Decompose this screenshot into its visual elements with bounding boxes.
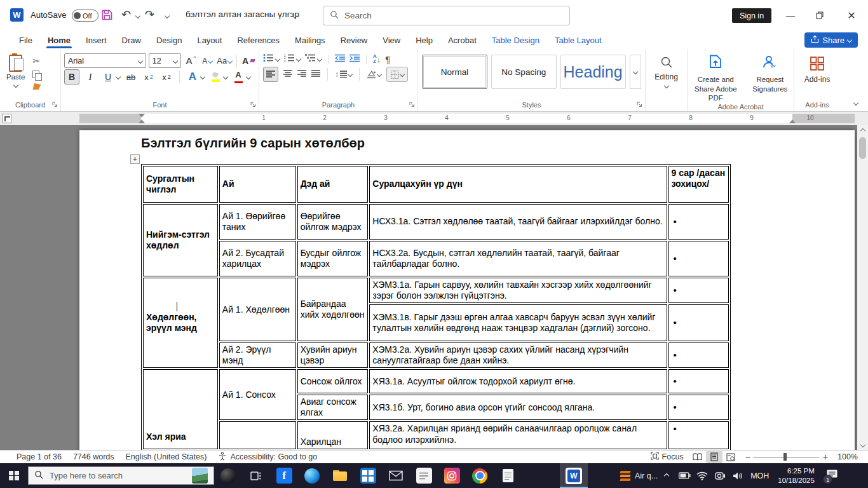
chrome-icon[interactable]	[466, 463, 494, 488]
font-name-combo[interactable]: Arial	[64, 53, 146, 68]
notification-center-icon[interactable]: 1	[820, 463, 845, 488]
ded-ai-cell[interactable]: Бусдыг ойлгож мэдрэх	[297, 241, 369, 276]
meet-now-icon[interactable]	[711, 463, 729, 488]
input-language-indicator[interactable]: MOH	[747, 471, 773, 480]
focus-button[interactable]: Focus	[645, 451, 689, 463]
font-color-dropdown-icon[interactable]	[246, 74, 251, 79]
font-size-combo[interactable]: 12	[149, 53, 182, 68]
task-view-icon[interactable]	[242, 463, 270, 488]
result-cell[interactable]: НСХ3.2а. Бусдын, сэтгэл хөдлөлийн таатай…	[369, 241, 667, 276]
result-cell[interactable]: ХЭМ3.1в. Гарыг дээш өргөн алгаа хавсарч …	[369, 304, 667, 341]
file-explorer-icon[interactable]	[326, 463, 354, 488]
result-cell[interactable]: ХЯ3.2а. Харилцан ярианд өөрийн санаачилг…	[369, 421, 667, 449]
highlight-dropdown-icon[interactable]	[223, 74, 228, 79]
copy-icon[interactable]	[32, 71, 41, 79]
print-layout-button[interactable]	[706, 451, 722, 463]
undo-icon[interactable]: ↶	[121, 9, 131, 20]
bullet-cell[interactable]: •	[668, 278, 729, 303]
font-dialog-launcher-icon[interactable]	[250, 101, 256, 109]
section-cell[interactable]: Нийгэм-сэтгэл хөдлөл	[143, 204, 218, 276]
grow-font-icon[interactable]: A^	[184, 54, 198, 68]
paste-button[interactable]: Paste	[3, 53, 29, 87]
multilevel-dropdown-icon[interactable]	[317, 57, 322, 62]
ai-cell[interactable]: Ай 2. Бусадтай харилцах	[219, 241, 296, 276]
bullet-cell[interactable]: •	[668, 241, 729, 276]
minimize-button[interactable]: —	[781, 6, 800, 25]
taskbar-search[interactable]: Type here to search	[28, 466, 214, 485]
header-cell[interactable]: Сургалтын чиглэл	[143, 166, 218, 203]
change-case-icon[interactable]: Aa	[217, 54, 232, 68]
zoom-out-button[interactable]: −	[739, 451, 753, 463]
shrink-font-icon[interactable]: A	[200, 54, 214, 68]
section-cell[interactable]: Хэл яриа	[143, 369, 218, 449]
volume-icon[interactable]	[729, 463, 747, 488]
close-button[interactable]: ✕	[842, 6, 861, 25]
underline-button[interactable]: U	[101, 70, 115, 84]
request-signatures-button[interactable]: x Request Signatures	[747, 55, 794, 93]
tab-mailings[interactable]: Mailings	[287, 30, 333, 50]
wifi-icon[interactable]	[693, 463, 711, 488]
accessibility-status[interactable]: Accessibility: Good to go	[212, 451, 323, 463]
line-spacing-icon[interactable]: ↕	[335, 70, 352, 79]
shading-icon[interactable]	[367, 70, 381, 79]
battery-icon[interactable]	[675, 463, 693, 488]
dark-sphere-app-icon[interactable]	[214, 463, 242, 488]
start-button[interactable]	[0, 463, 28, 488]
create-pdf-button[interactable]: Create and Share Adobe PDF	[688, 55, 744, 103]
tab-selector[interactable]	[2, 114, 11, 123]
strikethrough-button[interactable]: ab	[124, 70, 138, 84]
table-header-row[interactable]: Сургалтын чиглэл Ай Дэд ай Суралцахуйн ү…	[143, 166, 729, 203]
highlight-color-button[interactable]	[208, 70, 222, 84]
justify-button[interactable]	[311, 69, 320, 80]
mail-icon[interactable]	[382, 463, 410, 488]
document-table[interactable]: Сургалтын чиглэл Ай Дэд ай Суралцахуйн ү…	[141, 164, 731, 450]
web-layout-button[interactable]	[722, 451, 739, 463]
page-indicator[interactable]: Page 1 of 36	[0, 451, 67, 463]
clear-formatting-icon[interactable]: A	[241, 54, 255, 68]
facebook-icon[interactable]: f	[270, 463, 298, 488]
header-cell[interactable]: Суралцахуйн үр дүн	[369, 166, 667, 203]
numbered-dropdown-icon[interactable]	[296, 57, 301, 62]
bullet-cell[interactable]: •	[668, 304, 729, 341]
italic-button[interactable]: I	[83, 70, 97, 84]
autosave-toggle[interactable]: Off	[72, 10, 98, 22]
addins-button[interactable]: Add-ins	[794, 53, 840, 85]
result-cell[interactable]: ХЭМ3.1а. Гарын сарвуу, хөлийн тавхайн хэ…	[369, 278, 667, 303]
right-indent-marker[interactable]	[789, 119, 796, 123]
align-left-button[interactable]	[263, 67, 278, 82]
ded-ai-cell[interactable]: Харилцан	[297, 421, 369, 449]
white-document-icon[interactable]	[494, 463, 522, 488]
first-line-indent-marker[interactable]	[139, 114, 145, 118]
ded-ai-cell[interactable]: Авиаг сонсож ялгах	[297, 395, 369, 420]
collapse-ribbon-icon[interactable]	[853, 100, 858, 105]
result-cell[interactable]: ХЯ3.1б. Урт, богино авиа орсон үгийг сон…	[369, 395, 667, 420]
save-icon[interactable]	[101, 9, 113, 24]
subscript-button[interactable]: x2	[142, 70, 156, 84]
read-mode-button[interactable]	[689, 451, 706, 463]
ai-cell[interactable]: Ай 1. Хөдөлгөөн	[219, 278, 296, 341]
zoom-slider[interactable]	[753, 452, 819, 461]
ai-cell[interactable]	[219, 421, 296, 449]
instagram-icon[interactable]	[438, 463, 466, 488]
share-button[interactable]: Share	[804, 32, 858, 48]
underline-dropdown-icon[interactable]	[116, 74, 121, 79]
word-taskbar-icon[interactable]: W	[560, 463, 588, 488]
pilcrow-icon[interactable]: ¶	[385, 54, 390, 65]
bullet-list-icon[interactable]	[263, 53, 274, 65]
zoom-slider-thumb[interactable]	[783, 453, 787, 461]
table-row[interactable]: Харилцан ХЯ3.2а. Харилцан ярианд өөрийн …	[143, 421, 729, 449]
tab-home[interactable]: Home	[40, 30, 78, 50]
styles-gallery-more-icon[interactable]	[630, 55, 641, 89]
left-indent-marker[interactable]	[139, 119, 145, 123]
result-cell[interactable]: ХЯ3.1а. Асуултыг ойлгож тодорхой хариулт…	[369, 369, 667, 393]
document-heading[interactable]: Бэлтгэл бүлгийн 9 сарын хөтөлбөр	[141, 136, 365, 151]
tab-references[interactable]: References	[229, 30, 287, 50]
increase-indent-icon[interactable]	[349, 53, 360, 65]
sign-in-button[interactable]: Sign in	[732, 8, 771, 23]
tab-insert[interactable]: Insert	[78, 30, 114, 50]
bold-button[interactable]: B	[64, 69, 79, 85]
horizontal-ruler[interactable]: 1 2 3 4 5 6 7 8 9 10	[79, 114, 855, 123]
decrease-indent-icon[interactable]	[335, 53, 345, 65]
tab-view[interactable]: View	[375, 30, 408, 50]
header-cell[interactable]: Дэд ай	[297, 166, 369, 203]
